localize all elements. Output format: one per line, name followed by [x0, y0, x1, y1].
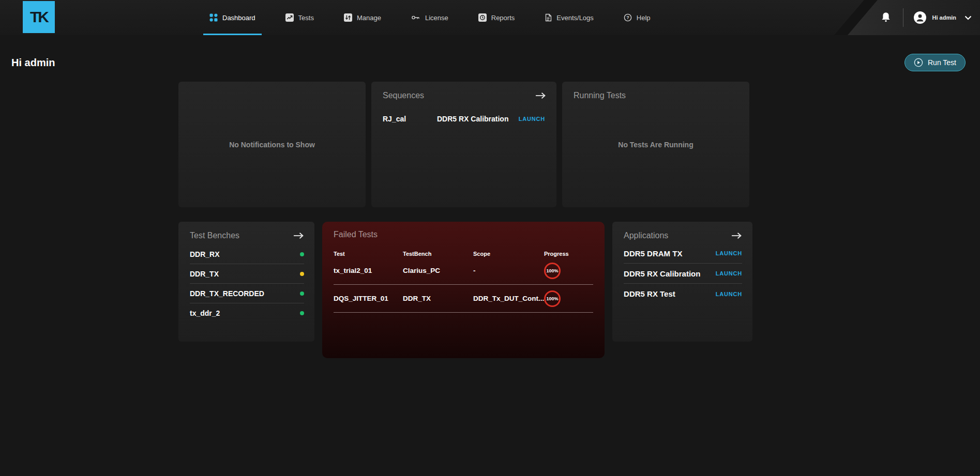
application-name: DDR5 RX Test [624, 289, 675, 298]
applications-title: Applications [624, 231, 668, 240]
document-icon [545, 13, 552, 22]
tab-tests[interactable]: Tests [279, 0, 320, 35]
failed-test-row[interactable]: tx_trial2_01 Clarius_PC - 100% [334, 257, 593, 285]
tab-manage-label: Manage [357, 14, 381, 22]
logo-text: TK [30, 8, 48, 26]
tab-help[interactable]: ? Help [617, 0, 657, 35]
column-header-progress: Progress [544, 251, 593, 257]
tab-dashboard[interactable]: Dashboard [203, 0, 262, 35]
status-dot-green [300, 291, 304, 296]
tab-events-logs-label: Events/Logs [556, 14, 594, 22]
column-header-testbench: TestBench [403, 251, 473, 257]
running-tests-empty-text: No Tests Are Running [562, 82, 749, 207]
user-avatar[interactable] [914, 11, 926, 24]
test-bench-list: DDR_RX DDR_TX DDR_TX_RECORDED tx_ddr_2 [178, 244, 314, 323]
notifications-empty-text: No Notifications to Show [178, 82, 366, 207]
tab-reports-label: Reports [491, 14, 515, 22]
tab-events-logs[interactable]: Events/Logs [538, 0, 600, 35]
running-tests-card: Running Tests No Tests Are Running [562, 82, 749, 207]
test-bench-row[interactable]: DDR_TX [190, 264, 304, 284]
run-test-label: Run Test [928, 58, 956, 67]
progress-ring: 100% [544, 290, 561, 307]
run-test-button[interactable]: Run Test [904, 54, 966, 71]
test-bench-row[interactable]: DDR_RX [190, 244, 304, 264]
test-benches-arrow-right-icon[interactable] [293, 232, 304, 239]
main-nav-tabs: Dashboard Tests Manage License Reports [203, 0, 657, 35]
notifications-card: No Notifications to Show [178, 82, 366, 207]
failed-test-scope: - [473, 267, 544, 274]
notifications-bell-icon[interactable] [880, 11, 892, 24]
chevron-down-icon[interactable] [964, 16, 972, 20]
application-launch-button[interactable]: LAUNCH [716, 270, 742, 277]
status-dot-green [300, 252, 304, 256]
grid-icon [209, 13, 218, 22]
tab-tests-label: Tests [298, 14, 314, 22]
key-icon [411, 13, 420, 22]
column-header-test: Test [334, 251, 403, 257]
sequences-arrow-right-icon[interactable] [535, 92, 546, 99]
tab-reports[interactable]: Reports [472, 0, 521, 35]
sequence-name: RJ_cal [383, 115, 437, 123]
status-dot-green [300, 311, 304, 315]
application-row[interactable]: DDR5 DRAM TX LAUNCH [624, 243, 742, 264]
help-icon: ? [624, 13, 632, 22]
sequences-card: Sequences RJ_cal DDR5 RX Calibration LAU… [371, 82, 556, 207]
svg-text:?: ? [626, 15, 629, 20]
test-benches-card: Test Benches DDR_RX DDR_TX DDR_TX_RECORD… [178, 222, 314, 342]
failed-tests-card: Failed Tests Test TestBench Scope Progre… [322, 222, 605, 358]
application-row[interactable]: DDR5 RX Calibration LAUNCH [624, 264, 742, 284]
clock-icon [478, 13, 487, 22]
application-launch-button[interactable]: LAUNCH [716, 291, 742, 297]
tab-dashboard-label: Dashboard [222, 14, 255, 22]
failed-tests-title: Failed Tests [334, 230, 593, 239]
navbar-divider [903, 8, 903, 27]
failed-test-scope: DDR_Tx_DUT_Cont... [473, 295, 544, 302]
play-circle-icon [914, 58, 923, 67]
test-bench-row[interactable]: DDR_TX_RECORDED [190, 284, 304, 303]
application-name: DDR5 RX Calibration [624, 269, 700, 278]
test-bench-name: DDR_TX_RECORDED [190, 289, 264, 298]
top-navbar: TK Dashboard Tests Manage License [0, 0, 980, 35]
page-title: Hi admin [11, 57, 55, 69]
cards-row-1: No Notifications to Show Sequences RJ_ca… [178, 82, 752, 207]
failed-test-name: tx_trial2_01 [334, 267, 403, 274]
failed-tests-header-row: Test TestBench Scope Progress [334, 251, 593, 257]
sequence-launch-button[interactable]: LAUNCH [519, 116, 545, 122]
page-header: Hi admin Run Test [0, 35, 980, 71]
user-greeting: Hi admin [932, 14, 956, 21]
applications-arrow-right-icon[interactable] [731, 232, 742, 239]
app-logo[interactable]: TK [23, 1, 55, 33]
column-header-scope: Scope [473, 251, 544, 257]
test-benches-title: Test Benches [190, 231, 239, 240]
test-bench-row[interactable]: tx_ddr_2 [190, 303, 304, 323]
application-launch-button[interactable]: LAUNCH [716, 250, 742, 256]
navbar-right-controls: Hi admin [880, 0, 980, 35]
failed-test-row[interactable]: DQS_JITTER_01 DDR_TX DDR_Tx_DUT_Cont... … [334, 285, 593, 313]
sequence-row[interactable]: RJ_cal DDR5 RX Calibration LAUNCH [383, 115, 545, 123]
tab-manage[interactable]: Manage [338, 0, 387, 35]
dashboard-content: No Notifications to Show Sequences RJ_ca… [178, 82, 752, 358]
failed-test-bench: Clarius_PC [403, 267, 473, 274]
application-name: DDR5 DRAM TX [624, 249, 682, 258]
applications-card: Applications DDR5 DRAM TX LAUNCH DDR5 RX… [612, 222, 752, 342]
progress-ring: 100% [544, 263, 561, 279]
failed-test-name: DQS_JITTER_01 [334, 295, 403, 302]
failed-test-bench: DDR_TX [403, 295, 473, 302]
application-list: DDR5 DRAM TX LAUNCH DDR5 RX Calibration … [612, 243, 752, 304]
test-bench-name: DDR_RX [190, 250, 220, 258]
sliders-icon [344, 13, 352, 22]
sequence-application: DDR5 RX Calibration [437, 115, 519, 123]
cards-row-2: Test Benches DDR_RX DDR_TX DDR_TX_RECORD… [178, 222, 752, 358]
trending-up-icon [285, 13, 294, 22]
tab-help-label: Help [637, 14, 651, 22]
test-bench-name: tx_ddr_2 [190, 309, 220, 317]
test-bench-name: DDR_TX [190, 270, 219, 278]
tab-license-label: License [425, 14, 448, 22]
sequences-title: Sequences [383, 91, 424, 100]
application-row[interactable]: DDR5 RX Test LAUNCH [624, 284, 742, 304]
status-dot-yellow [300, 272, 304, 276]
tab-license[interactable]: License [405, 0, 455, 35]
